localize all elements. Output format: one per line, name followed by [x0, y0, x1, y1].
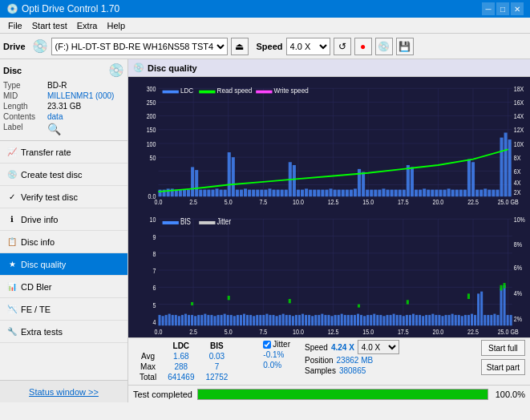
svg-rect-87	[321, 190, 324, 197]
disc-button[interactable]: 💿	[375, 38, 393, 55]
svg-rect-231	[321, 313, 323, 325]
drive-select[interactable]: (F:) HL-DT-ST BD-RE WH16NS58 TST4	[51, 38, 228, 55]
svg-rect-200	[220, 314, 223, 325]
disc-mid-value: MILLENMR1 (000)	[47, 91, 114, 100]
svg-rect-101	[378, 190, 381, 197]
svg-rect-72	[260, 190, 263, 197]
svg-rect-82	[301, 190, 304, 197]
svg-rect-292	[289, 298, 291, 302]
sidebar: Disc 💿 Type BD-R MID MILLENMR1 (000) Len…	[0, 59, 128, 402]
jitter-checkbox[interactable]	[263, 341, 271, 349]
svg-rect-217	[276, 316, 278, 325]
drive-label: Drive	[3, 42, 26, 51]
svg-rect-92	[342, 190, 345, 197]
content-header-icon: 💿	[133, 63, 144, 73]
svg-rect-112	[423, 188, 426, 196]
svg-rect-186	[175, 314, 177, 325]
svg-text:5.0: 5.0	[225, 327, 233, 335]
svg-text:2X: 2X	[514, 188, 521, 196]
svg-text:4: 4	[153, 318, 156, 326]
col-header-spacer	[234, 341, 250, 350]
svg-rect-252	[390, 314, 392, 325]
svg-rect-80	[293, 165, 296, 196]
disc-label-field: Label 🔍	[3, 123, 124, 135]
svg-rect-98	[366, 190, 369, 197]
svg-rect-181	[159, 314, 161, 325]
sidebar-item-extra-tests[interactable]: 🔧 Extra tests	[0, 321, 127, 343]
svg-rect-83	[305, 188, 308, 196]
svg-rect-238	[344, 314, 346, 325]
svg-rect-71	[256, 190, 259, 197]
stats-total-row: Total 641469 12752	[135, 373, 250, 382]
svg-rect-85	[313, 190, 316, 197]
sidebar-item-verify-test-disc[interactable]: ✓ Verify test disc	[0, 186, 127, 208]
svg-text:2.5: 2.5	[189, 327, 197, 335]
speed-select[interactable]: 4.0 X 1.0 X 2.0 X 6.0 X 8.0 X	[286, 38, 330, 55]
status-window-link[interactable]: Status window >>	[0, 380, 127, 402]
svg-rect-272	[455, 314, 457, 325]
sidebar-item-disc-quality[interactable]: ★ Disc quality	[0, 253, 127, 276]
close-button[interactable]: ✕	[511, 2, 524, 15]
col-header-bis: BIS	[201, 341, 233, 350]
sidebar-item-drive-info[interactable]: ℹ Drive info	[0, 208, 127, 231]
jitter-label: Jitter	[273, 340, 290, 349]
svg-rect-68	[244, 188, 247, 196]
disc-type-field: Type BD-R	[3, 81, 124, 90]
disc-header: Disc 💿	[3, 63, 124, 78]
start-part-button[interactable]: Start part	[481, 359, 525, 375]
svg-rect-105	[394, 190, 398, 197]
svg-rect-124	[471, 162, 475, 196]
record-button[interactable]: ●	[354, 38, 372, 55]
svg-rect-288	[507, 314, 509, 325]
svg-text:20.0: 20.0	[433, 327, 444, 335]
speed-dropdown[interactable]: 4.0 X 1.0 X 2.0 X	[358, 340, 399, 354]
maximize-button[interactable]: □	[496, 2, 509, 15]
svg-rect-242	[357, 313, 359, 325]
svg-rect-61	[216, 188, 219, 196]
svg-rect-225	[301, 313, 304, 325]
minimize-button[interactable]: ─	[482, 2, 495, 15]
disc-mid-label: MID	[3, 91, 47, 100]
menu-help[interactable]: Help	[102, 19, 130, 32]
svg-rect-65	[232, 157, 235, 196]
sidebar-item-cd-bler[interactable]: 📊 CD Bler	[0, 276, 127, 298]
disc-icon: 💿	[108, 63, 124, 78]
stats-total-bis: 12752	[201, 373, 233, 382]
eject-button[interactable]: ⏏	[231, 38, 249, 55]
action-buttons: Start full Start part	[481, 340, 525, 375]
sidebar-item-disc-info[interactable]: 📋 Disc info	[0, 231, 127, 253]
disc-mid-field: MID MILLENMR1 (000)	[3, 91, 124, 100]
svg-rect-286	[500, 288, 503, 325]
svg-text:17.5: 17.5	[398, 327, 409, 335]
refresh-button[interactable]: ↺	[334, 38, 351, 55]
svg-rect-239	[347, 314, 350, 325]
menu-extra[interactable]: Extra	[72, 19, 103, 32]
svg-text:25.0 GB: 25.0 GB	[498, 327, 519, 335]
start-full-button[interactable]: Start full	[481, 340, 525, 356]
sidebar-item-transfer-rate[interactable]: 📈 Transfer rate	[0, 141, 127, 164]
svg-rect-57	[199, 190, 202, 197]
position-value: 23862 MB	[337, 356, 374, 365]
sidebar-item-create-test-disc[interactable]: 💿 Create test disc	[0, 164, 127, 186]
menu-file[interactable]: File	[3, 19, 27, 32]
svg-rect-276	[467, 314, 470, 325]
svg-rect-78	[285, 190, 288, 197]
sidebar-item-fe-te[interactable]: 📉 FE / TE	[0, 298, 127, 321]
chart2-container: 10 9 8 7 6 5 4 10% 8% 6% 4% 2%	[130, 208, 528, 337]
stats-avg-bis: 0.03	[201, 352, 233, 361]
menu-start-test[interactable]: Start test	[27, 19, 72, 32]
save-button[interactable]: 💾	[396, 38, 414, 55]
svg-rect-196	[207, 314, 209, 325]
svg-text:8: 8	[153, 249, 156, 257]
svg-rect-206	[240, 314, 242, 325]
svg-rect-235	[334, 314, 337, 325]
svg-rect-133	[508, 139, 512, 196]
svg-rect-106	[399, 190, 402, 197]
svg-rect-53	[183, 190, 186, 197]
svg-rect-66	[236, 190, 239, 197]
svg-rect-126	[479, 190, 483, 197]
drive-info-icon: ℹ	[6, 214, 18, 225]
jitter-avg: -0.1%	[263, 350, 290, 359]
svg-rect-243	[360, 314, 362, 325]
cd-bler-icon: 📊	[6, 281, 18, 293]
